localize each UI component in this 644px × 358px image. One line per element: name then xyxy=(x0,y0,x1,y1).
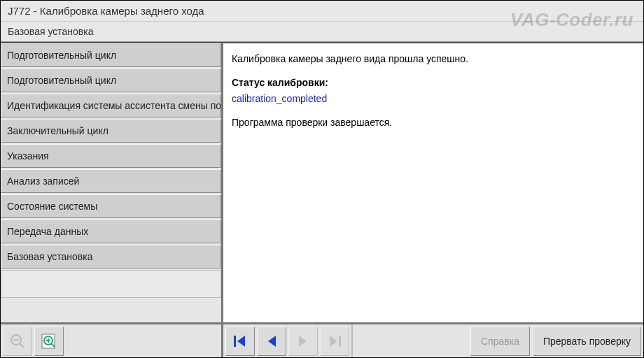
sidebar-item-instructions[interactable]: Указания xyxy=(1,144,221,168)
nav-prev-button[interactable] xyxy=(257,327,286,356)
content-line-finishing: Программа проверки завершается. xyxy=(232,115,635,131)
nav-last-button xyxy=(320,327,349,356)
svg-rect-13 xyxy=(339,336,341,347)
sidebar-item-identification[interactable]: Идентификация системы ассистента смены п… xyxy=(1,94,221,117)
svg-rect-8 xyxy=(234,336,236,347)
sidebar-item-log-analysis[interactable]: Анализ записей xyxy=(1,169,221,193)
zoom-in-button[interactable] xyxy=(34,327,64,356)
status-label: Статус калибровки: xyxy=(232,76,635,91)
content-line-success: Калибровка камеры заднего вида прошла ус… xyxy=(232,52,635,67)
body: Подготовительный цикл Подготовительный ц… xyxy=(1,42,643,322)
svg-line-1 xyxy=(20,343,24,348)
sidebar-item-system-status[interactable]: Состояние системы xyxy=(1,194,221,218)
footer-actions: Справка Прервать проверку xyxy=(468,324,643,357)
prev-icon xyxy=(262,332,281,350)
zoom-out-icon xyxy=(8,332,27,350)
sidebar-item-final-cycle[interactable]: Заключительный цикл xyxy=(1,119,221,143)
abort-button[interactable]: Прервать проверку xyxy=(533,327,641,356)
next-icon xyxy=(294,332,312,350)
sidebar-empty-area xyxy=(1,270,221,298)
footer-toolbar: Справка Прервать проверку xyxy=(1,322,643,357)
svg-marker-10 xyxy=(268,336,276,347)
footer-spacer xyxy=(353,324,468,357)
svg-marker-12 xyxy=(330,336,337,347)
nav-first-button[interactable] xyxy=(225,327,255,356)
zoom-out-button xyxy=(3,327,32,356)
sidebar-item-prep-cycle-1[interactable]: Подготовительный цикл xyxy=(1,43,221,67)
sidebar: Подготовительный цикл Подготовительный ц… xyxy=(1,43,223,322)
sidebar-item-data-transfer[interactable]: Передача данных xyxy=(1,220,221,243)
header: J772 - Калибровка камеры заднего хода Ба… xyxy=(1,1,643,42)
sidebar-item-basic-setup[interactable]: Базовая установка xyxy=(1,245,221,268)
content-panel: Калибровка камеры заднего вида прошла ус… xyxy=(223,43,643,322)
last-icon xyxy=(326,332,344,350)
svg-marker-11 xyxy=(299,336,307,347)
zoom-in-icon xyxy=(40,332,58,350)
svg-marker-9 xyxy=(237,336,245,347)
first-icon xyxy=(231,332,249,350)
watermark: VAG-Coder.ru xyxy=(510,9,634,31)
sidebar-item-prep-cycle-2[interactable]: Подготовительный цикл xyxy=(1,69,221,92)
footer-zoom-group xyxy=(1,324,223,357)
footer-nav-group xyxy=(223,324,353,357)
nav-next-button xyxy=(288,327,318,356)
sidebar-list: Подготовительный цикл Подготовительный ц… xyxy=(1,43,221,322)
help-button: Справка xyxy=(470,327,530,356)
status-value: calibration_completed xyxy=(232,92,635,107)
